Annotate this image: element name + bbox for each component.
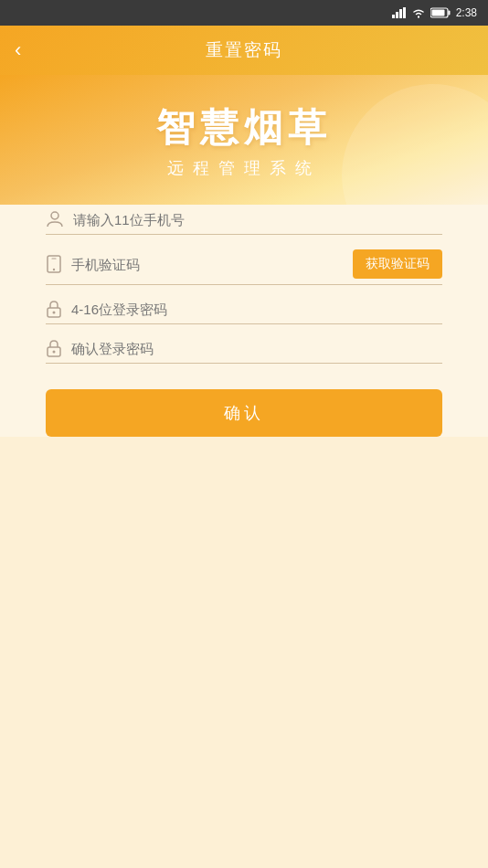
svg-rect-0 xyxy=(392,15,395,18)
status-bar-right: 2:38 xyxy=(392,6,477,19)
svg-point-7 xyxy=(51,212,58,219)
battery-icon xyxy=(430,7,451,18)
password-input-row xyxy=(46,294,442,324)
svg-rect-3 xyxy=(403,7,406,18)
hero-section: 智慧烟草 远程管理系统 xyxy=(0,75,488,205)
user-icon xyxy=(46,210,64,228)
lock-icon xyxy=(46,300,62,318)
confirm-password-input-row xyxy=(46,333,442,364)
sms-input-row: 获取验证码 xyxy=(46,244,442,285)
svg-rect-6 xyxy=(448,11,450,16)
wifi-icon xyxy=(412,7,425,18)
submit-button[interactable]: 确认 xyxy=(46,389,442,437)
phone-input[interactable] xyxy=(73,212,442,228)
svg-rect-5 xyxy=(431,10,444,16)
svg-rect-1 xyxy=(396,12,398,18)
get-sms-button[interactable]: 获取验证码 xyxy=(353,249,442,279)
status-bar: 2:38 xyxy=(0,0,488,26)
nav-bar: ‹ 重置密码 xyxy=(0,26,488,75)
svg-point-12 xyxy=(53,312,56,314)
svg-rect-2 xyxy=(399,9,402,18)
app-subtitle: 远程管理系统 xyxy=(167,157,321,179)
svg-point-14 xyxy=(53,351,56,354)
svg-point-10 xyxy=(53,269,55,270)
phone-icon xyxy=(46,255,62,273)
time-display: 2:38 xyxy=(456,6,477,19)
signal-icon xyxy=(392,7,407,18)
lock-confirm-icon xyxy=(46,339,62,357)
back-button[interactable]: ‹ xyxy=(15,40,21,60)
sms-input[interactable] xyxy=(71,257,353,272)
password-input[interactable] xyxy=(71,302,442,317)
app-name: 智慧烟草 xyxy=(156,102,332,153)
form-area: 获取验证码 确认 xyxy=(0,205,488,437)
phone-input-row xyxy=(46,205,442,235)
page-title: 重置密码 xyxy=(206,38,282,62)
confirm-password-input[interactable] xyxy=(71,341,442,356)
